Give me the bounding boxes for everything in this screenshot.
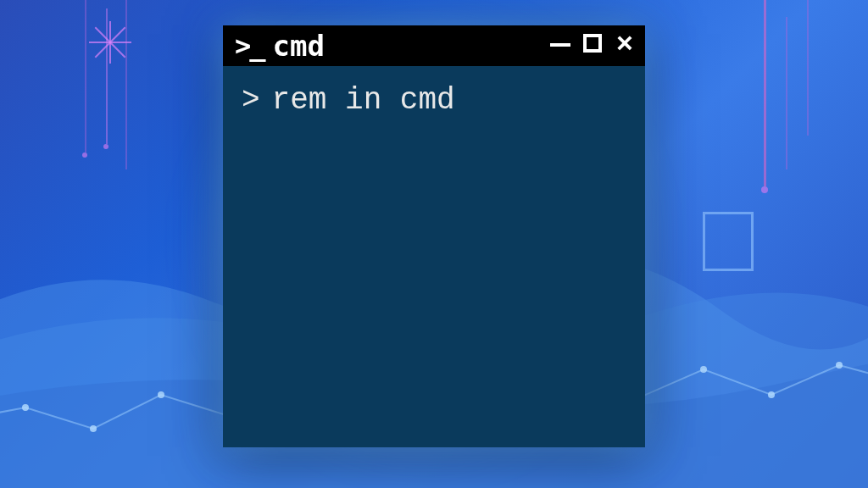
window-title: cmd bbox=[273, 29, 548, 63]
command-line: > rem in cmd bbox=[242, 83, 626, 118]
prompt-icon: >_ bbox=[235, 30, 264, 62]
maximize-button[interactable] bbox=[581, 34, 604, 58]
titlebar[interactable]: >_ cmd × bbox=[223, 25, 645, 66]
close-button[interactable]: × bbox=[613, 36, 637, 56]
command-text: rem in cmd bbox=[272, 83, 455, 118]
prompt-symbol: > bbox=[242, 83, 260, 118]
window-controls: × bbox=[548, 34, 637, 58]
terminal-window: >_ cmd × > rem in cmd bbox=[223, 25, 645, 447]
minimize-button[interactable] bbox=[548, 34, 572, 58]
terminal-body[interactable]: > rem in cmd bbox=[223, 66, 645, 447]
